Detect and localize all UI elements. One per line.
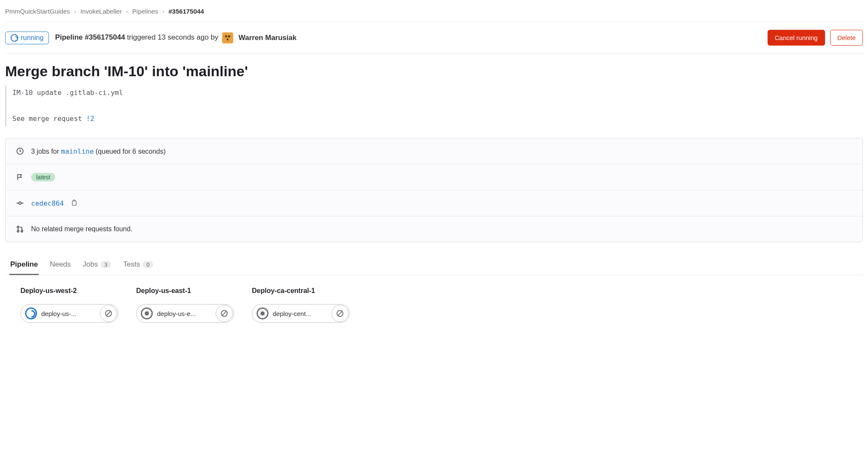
pipeline-header-actions: Cancel running Delete [768,30,863,46]
svg-point-5 [21,230,23,232]
stage-title: Deploy-ca-central-1 [252,287,350,295]
job-name: deploy-cent... [273,310,331,317]
status-badge-running[interactable]: running [5,32,49,44]
svg-point-1 [19,202,21,204]
tab-pipeline[interactable]: Pipeline [9,254,39,275]
copy-sha-button[interactable] [71,199,78,207]
commit-sha-row: cedec864 [6,190,862,216]
merge-request-link[interactable]: !2 [86,115,94,123]
cancel-job-button[interactable] [100,305,117,322]
svg-rect-2 [72,201,76,205]
running-icon [11,34,18,42]
author-name[interactable]: Warren Marusiak [239,34,297,42]
merge-requests-row: No related merge requests found. [6,216,862,242]
cancel-icon [105,310,112,317]
jobs-suffix: (queued for 6 seconds) [94,148,166,155]
breadcrumb-sep: › [74,8,76,14]
pending-icon [141,307,153,319]
stage-column: Deploy-us-west-2 deploy-us-... [20,287,118,323]
tab-jobs-label: Jobs [83,260,98,269]
pipeline-trigger-text: Pipeline #356175044 triggered 13 seconds… [55,32,297,43]
cancel-job-button[interactable] [331,305,348,322]
delete-button[interactable]: Delete [830,30,863,46]
commit-sha-link[interactable]: cedec864 [31,199,64,207]
breadcrumb-sep: › [163,8,164,14]
status-badge-label: running [21,34,43,42]
pipeline-header: running Pipeline #356175044 triggered 13… [5,22,863,54]
svg-point-4 [17,230,19,232]
branch-link[interactable]: mainline [61,147,94,155]
tab-jobs[interactable]: Jobs 3 [82,254,112,275]
stage-column: Deploy-us-east-1 deploy-us-e... [136,287,234,323]
breadcrumb-pipelines[interactable]: Pipelines [132,8,158,15]
merge-request-icon [16,225,24,233]
page-title: Merge branch 'IM-10' into 'mainline' [5,54,863,86]
pipeline-stages: Deploy-us-west-2 deploy-us-... Deploy-us… [5,275,863,327]
breadcrumb-group[interactable]: PmmQuickStartGuides [5,8,70,15]
commit-mr-prefix: See merge request [12,115,86,123]
job-pill[interactable]: deploy-cent... [252,304,350,323]
jobs-summary-text: 3 jobs for mainline (queued for 6 second… [31,147,166,155]
commit-message-line2: See merge request !2 [12,112,863,125]
job-name: deploy-us-... [41,310,99,317]
pending-icon [257,307,268,319]
jobs-summary-row: 3 jobs for mainline (queued for 6 second… [6,138,862,164]
commit-message: IM-10 update .gitlab-ci.yml See merge re… [5,86,863,126]
jobs-prefix: 3 jobs for [31,148,61,155]
stage-column: Deploy-ca-central-1 deploy-cent... [252,287,350,323]
pipeline-header-left: running Pipeline #356175044 triggered 13… [5,32,297,44]
tab-tests[interactable]: Tests 0 [122,254,154,275]
cancel-icon [337,310,343,317]
breadcrumb: PmmQuickStartGuides › InvokeLabeller › P… [5,0,863,22]
avatar[interactable] [222,32,233,43]
running-icon [25,307,37,319]
cancel-job-button[interactable] [216,305,233,322]
pipeline-label-prefix: Pipeline [55,33,85,41]
job-pill[interactable]: deploy-us-e... [136,304,234,323]
pipeline-tabs: Pipeline Needs Jobs 3 Tests 0 [5,254,863,275]
flag-icon [16,173,24,181]
clock-icon [16,147,24,155]
stage-title: Deploy-us-west-2 [20,287,118,295]
commit-message-line1: IM-10 update .gitlab-ci.yml [12,86,863,99]
tab-tests-count: 0 [143,261,153,268]
commit-icon [16,199,24,207]
breadcrumb-sep: › [126,8,128,14]
pipeline-info-card: 3 jobs for mainline (queued for 6 second… [5,138,863,242]
tab-needs[interactable]: Needs [49,254,71,275]
tags-row: latest [6,164,862,190]
svg-point-3 [17,226,19,228]
stage-title: Deploy-us-east-1 [136,287,234,295]
job-name: deploy-us-e... [157,310,215,317]
tab-tests-label: Tests [123,260,140,269]
tab-jobs-count: 3 [100,261,111,268]
latest-tag: latest [31,173,55,181]
cancel-running-button[interactable]: Cancel running [768,30,825,46]
breadcrumb-current: #356175044 [168,8,204,15]
merge-requests-text: No related merge requests found. [31,225,132,233]
pipeline-id: #356175044 [85,33,125,41]
job-pill[interactable]: deploy-us-... [20,304,118,323]
cancel-icon [221,310,228,317]
triggered-text: triggered 13 seconds ago by [125,33,220,41]
breadcrumb-project[interactable]: InvokeLabeller [80,8,122,15]
